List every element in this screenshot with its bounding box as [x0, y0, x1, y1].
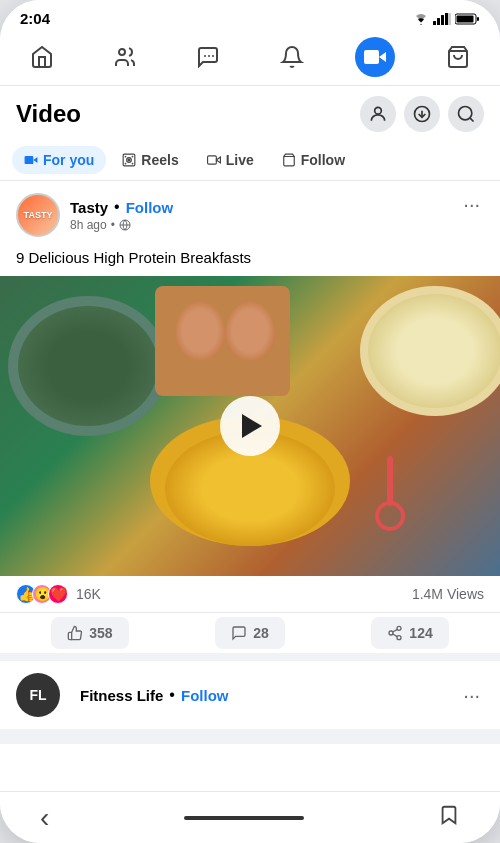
content-area: TASTY Tasty • Follow 8h ago • — [0, 181, 500, 744]
tasty-logo: TASTY — [24, 211, 53, 220]
svg-point-10 — [208, 55, 210, 57]
home-icon — [30, 45, 54, 69]
tab-follow[interactable]: Follow — [270, 146, 357, 174]
follow-tab-icon — [282, 153, 296, 167]
author-initials-2: FL — [29, 687, 46, 703]
status-time: 2:04 — [20, 10, 50, 27]
share-action-button-1[interactable]: 124 — [371, 617, 448, 649]
tabs-row: For you Reels Live — [0, 140, 500, 181]
nav-store[interactable] — [438, 37, 478, 77]
svg-point-35 — [389, 631, 393, 635]
search-icon — [456, 104, 476, 124]
views-count-1: 1.4M Views — [412, 586, 484, 602]
svg-point-36 — [397, 636, 401, 640]
svg-marker-20 — [33, 157, 37, 163]
tab-for-you[interactable]: For you — [12, 146, 106, 174]
svg-rect-1 — [437, 18, 440, 25]
svg-line-37 — [393, 634, 398, 637]
svg-rect-2 — [441, 15, 444, 25]
nav-video[interactable] — [355, 37, 395, 77]
follow-button-2[interactable]: Follow — [181, 687, 229, 704]
post-card-1: TASTY Tasty • Follow 8h ago • — [0, 181, 500, 653]
share-count-1: 124 — [409, 625, 432, 641]
whisk-handle — [387, 456, 393, 506]
svg-line-38 — [393, 629, 398, 632]
nav-home[interactable] — [22, 37, 62, 77]
svg-point-25 — [125, 156, 127, 158]
svg-marker-12 — [379, 52, 386, 62]
home-indicator — [184, 816, 304, 820]
more-options-button-2[interactable]: ··· — [459, 684, 484, 707]
svg-point-18 — [459, 107, 472, 120]
nav-messages[interactable] — [188, 37, 228, 77]
svg-rect-3 — [445, 13, 448, 25]
download-button[interactable] — [404, 96, 440, 132]
search-button[interactable] — [448, 96, 484, 132]
svg-rect-0 — [433, 21, 436, 25]
svg-rect-13 — [364, 50, 379, 64]
video-thumbnail-1[interactable] — [0, 276, 500, 576]
tab-reels[interactable]: Reels — [110, 146, 190, 174]
share-icon — [387, 625, 403, 641]
comment-count-1: 28 — [253, 625, 269, 641]
comment-icon — [231, 625, 247, 641]
post-meta-1: 8h ago • — [70, 218, 173, 232]
play-triangle — [242, 414, 262, 438]
play-tab-icon — [24, 153, 38, 167]
post-time-1: 8h ago — [70, 218, 107, 232]
author-details-2: Fitness Life • Follow — [80, 686, 228, 704]
svg-rect-4 — [448, 13, 451, 25]
meta-dot: • — [111, 218, 115, 232]
svg-point-26 — [132, 156, 134, 158]
reactions-row-1: 👍 😮 ❤️ 16K 1.4M Views — [0, 576, 500, 613]
post-card-2: FL Fitness Life • Follow ··· — [0, 661, 500, 729]
messages-icon — [196, 45, 220, 69]
post-author-info-2: FL Fitness Life • Follow — [16, 673, 228, 717]
author-name-2: Fitness Life — [80, 687, 163, 704]
post-author-info-1: TASTY Tasty • Follow 8h ago • — [16, 193, 173, 237]
whisk-head — [375, 501, 405, 531]
wifi-icon — [413, 13, 429, 25]
post-text-1: 9 Delicious High Protein Breakfasts — [0, 243, 500, 276]
tab-reels-label: Reels — [141, 152, 178, 168]
nav-bar — [0, 31, 500, 86]
bell-icon — [280, 45, 304, 69]
heart-emoji: ❤️ — [48, 584, 68, 604]
comment-action-button-1[interactable]: 28 — [215, 617, 285, 649]
svg-point-15 — [375, 107, 382, 114]
more-options-button-1[interactable]: ··· — [459, 193, 484, 216]
dot-separator: • — [114, 198, 120, 216]
svg-point-24 — [128, 159, 130, 161]
svg-line-19 — [470, 118, 474, 122]
svg-point-11 — [212, 55, 214, 57]
author-avatar-1: TASTY — [16, 193, 60, 237]
battery-icon — [455, 13, 480, 25]
header-actions — [360, 96, 484, 132]
thumbs-up-icon — [67, 625, 83, 641]
follow-button-1[interactable]: Follow — [126, 199, 174, 216]
tab-for-you-label: For you — [43, 152, 94, 168]
tab-live[interactable]: Live — [195, 146, 266, 174]
svg-point-34 — [397, 626, 401, 630]
egg-2 — [225, 301, 275, 361]
video-icon — [363, 45, 387, 69]
svg-rect-7 — [457, 15, 474, 22]
svg-rect-21 — [25, 156, 34, 164]
profile-button[interactable] — [360, 96, 396, 132]
svg-point-27 — [125, 163, 127, 165]
nav-friends[interactable] — [105, 37, 145, 77]
nav-notifications[interactable] — [272, 37, 312, 77]
live-icon — [207, 153, 221, 167]
whisk — [360, 456, 420, 536]
signal-icon — [433, 13, 451, 25]
phone-frame: 2:04 — [0, 0, 500, 843]
home-indicator-container — [69, 816, 418, 820]
back-button[interactable]: ‹ — [20, 794, 69, 842]
dot-separator-2: • — [169, 686, 175, 704]
like-action-button-1[interactable]: 358 — [51, 617, 128, 649]
post-header-1: TASTY Tasty • Follow 8h ago • — [0, 181, 500, 243]
author-name-row-1: Tasty • Follow — [70, 198, 173, 216]
author-name-row-2: Fitness Life • Follow — [80, 686, 228, 704]
bookmark-button[interactable] — [418, 796, 480, 840]
play-button-1[interactable] — [220, 396, 280, 456]
